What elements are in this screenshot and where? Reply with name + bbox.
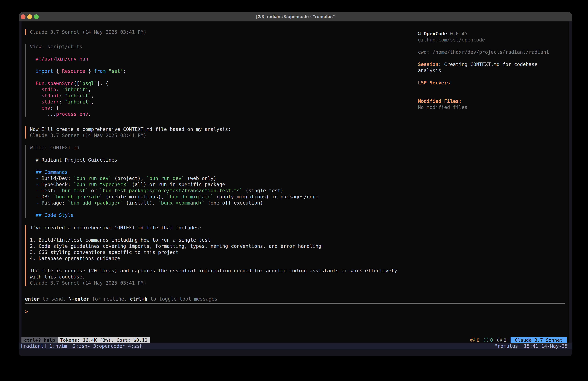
text-segment: -: [36, 200, 39, 206]
chat-line: import { Resource } from "sst";: [30, 68, 416, 74]
diagnostics-group: Ⓦ0ⓘ0ⓗ0: [466, 337, 506, 343]
hint-segment: enter: [25, 296, 40, 302]
text-segment: (all) or run in specific package: [129, 182, 225, 187]
text-segment: (one-off execution): [205, 200, 263, 206]
sidebar-line: [418, 86, 570, 92]
text-segment: from: [94, 68, 105, 74]
terminal-content: Claude 3.7 Sonnet (14 May 2025 03:41 PM)…: [19, 22, 572, 356]
tokens-chip: Tokens: 16.4K (8%), Cost: $0.12: [58, 337, 150, 343]
text-segment: 2. Code style guidelines covering import…: [30, 243, 321, 249]
text-segment: ## Code Style: [30, 212, 74, 218]
text-segment: ©: [418, 31, 424, 37]
text-segment: ,: [91, 99, 94, 105]
text-segment: ,: [88, 111, 91, 117]
window-title: [2/3] radiant:3:opencode - "romulus": [256, 14, 335, 19]
text-segment: [30, 93, 42, 98]
text-segment: (install),: [123, 200, 158, 206]
text-segment: Claude 3.7 Sonnet (14 May 2025 03:41 PM): [30, 280, 146, 286]
hint-segment: \+enter: [69, 296, 89, 302]
chat-block: Now I'll create a comprehensive CONTEXT.…: [25, 126, 416, 138]
chat-line: Claude 3.7 Sonnet (14 May 2025 03:41 PM): [30, 280, 416, 286]
text-segment: LSP Servers: [418, 80, 450, 86]
chat-line: with this codebase.: [30, 274, 416, 280]
chat-line: - Package: `bun add <package>` (install)…: [30, 200, 416, 206]
prompt-caret: >: [25, 309, 28, 314]
chat-line: - DB: `bun db generate` (create migratio…: [30, 194, 416, 200]
text-segment: "inherit": [65, 93, 91, 98]
chat-line: [30, 262, 416, 268]
text-segment: [30, 182, 36, 187]
zoom-button[interactable]: [34, 14, 39, 19]
text-segment: `bun add <package>`: [68, 200, 123, 206]
chat-line: ## Commands: [30, 169, 416, 175]
diagnostic-hints: ⓗ0: [497, 337, 506, 343]
text-segment: Claude 3.7 Sonnet (14 May 2025 03:41 PM): [30, 29, 146, 35]
chat-line: - Build/Dev: `bun run dev` (project), `b…: [30, 175, 416, 181]
sidebar-line: [418, 55, 570, 61]
text-segment: TypeCheck:: [39, 182, 74, 187]
chat-line: 2. Code style guidelines covering import…: [30, 243, 416, 249]
text-segment: "inherit": [62, 87, 88, 92]
text-segment: analysis: [418, 68, 441, 73]
text-segment: (single test): [243, 188, 284, 193]
chat-line: stdin: "inherit",: [30, 87, 416, 93]
input-prompt[interactable]: >: [25, 309, 28, 315]
opencode-status-bar: ctrl+? helpTokens: 16.4K (8%), Cost: $0.…: [21, 337, 567, 343]
text-segment: [30, 81, 36, 86]
keybinding-hints: enter to send, \+enter for newline, ctrl…: [25, 296, 217, 302]
hint-segment: to send,: [40, 296, 69, 302]
window-titlebar[interactable]: [2/3] radiant:3:opencode - "romulus": [19, 12, 572, 22]
text-segment: `bun db generate`: [53, 194, 103, 200]
text-segment: ([: [74, 81, 79, 86]
text-segment: Session: [418, 62, 438, 67]
message-input[interactable]: [21, 304, 569, 337]
text-segment: The file is concise (20 lines) and captu…: [30, 268, 397, 273]
text-segment: [30, 87, 42, 92]
text-segment: : {: [50, 105, 59, 111]
close-button[interactable]: [21, 14, 25, 19]
text-segment: `bun test`: [59, 188, 88, 193]
chat-block: View: script/db.ts #!/usr/bin/env bun im…: [25, 44, 416, 117]
text-segment: [30, 194, 36, 200]
text-segment: : Creating CONTEXT.md for codebase: [438, 62, 537, 67]
chat-block: Claude 3.7 Sonnet (14 May 2025 03:41 PM): [25, 29, 416, 35]
text-segment: Write: CONTEXT.md: [30, 145, 79, 151]
text-segment: 1. Build/lint/test commands including ho…: [30, 237, 210, 243]
text-segment: "sst": [109, 68, 123, 74]
chat-line: stderr: "inherit",: [30, 99, 416, 105]
traffic-lights: [21, 12, 39, 21]
text-segment: -: [36, 188, 39, 193]
sidebar-line: Modified Files:: [418, 98, 570, 104]
text-segment: `bun test packages/core/test/transaction…: [100, 188, 243, 193]
text-segment: env: [42, 105, 50, 111]
chat-line: [30, 74, 416, 80]
chat-line: Claude 3.7 Sonnet (14 May 2025 03:41 PM): [30, 29, 416, 35]
warnings-count: 0: [477, 337, 479, 343]
chat-line: 4. Database operations guidance: [30, 255, 416, 262]
status-spacer: [150, 337, 466, 343]
tmux-windows-list[interactable]: [radiant] 1:nvim 2:zsh- 3:opencode* 4:zs…: [20, 343, 143, 349]
info-count: 0: [490, 337, 493, 343]
sidebar-line: No modified files: [418, 104, 570, 111]
text-segment: ], {: [97, 81, 108, 86]
sidebar-line: github.com/sst/opencode: [418, 37, 570, 43]
model-chip[interactable]: Claude 3.7 Sonnet: [510, 337, 567, 343]
chat-line: # Radiant Project Guidelines: [30, 157, 416, 163]
text-segment: View: script/db.ts: [30, 44, 82, 49]
chat-line: Bun.spawnSync([`psql`], {: [30, 80, 416, 87]
chat-line: 3. CSS styling conventions specific to t…: [30, 249, 416, 255]
sidebar-line: [418, 43, 570, 49]
text-segment: `bun db migrate`: [167, 194, 213, 200]
text-segment: 0.0.45: [447, 31, 467, 37]
sidebar-line: cwd: /home/thdxr/dev/projects/radiant/ra…: [418, 49, 570, 55]
opencode-app: Claude 3.7 Sonnet (14 May 2025 03:41 PM)…: [21, 22, 569, 343]
text-segment: cwd: /home/thdxr/dev/projects/radiant/ra…: [418, 49, 549, 55]
minimize-button[interactable]: [27, 14, 32, 19]
text-segment: Claude 3.7 Sonnet (14 May 2025 03:41 PM): [30, 133, 146, 138]
text-segment: (web only): [184, 176, 216, 181]
text-segment: No modified files: [418, 104, 467, 110]
diagnostic-warnings: Ⓦ0: [470, 337, 479, 343]
chat-line: Now I'll create a comprehensive CONTEXT.…: [30, 126, 416, 132]
sidebar-line: © OpenCode 0.0.45: [418, 31, 570, 37]
text-segment: with this codebase.: [30, 274, 85, 280]
